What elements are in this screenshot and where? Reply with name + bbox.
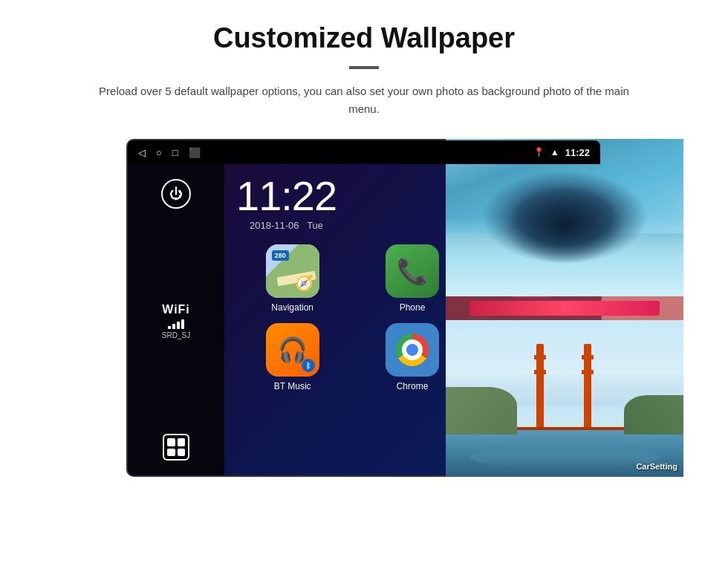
page-subtitle: Preload over 5 default wallpaper options… [85,82,643,118]
chrome-blue-center [406,344,418,356]
wifi-label: WiFi [162,303,190,316]
tower-crossbar-4 [582,370,594,374]
apps-dot-2 [178,438,186,446]
main-content: ◁ ○ □ ⬛ 📍 ▲ 11:22 ⏻ WiFi [45,139,683,477]
chrome-circles [396,333,429,366]
wifi-bar-4 [181,319,184,329]
divider-bar [469,301,660,316]
chrome-label: Chrome [397,381,429,391]
sidebar: ⏻ WiFi SRD_SJ [128,164,224,475]
navigation-label: Navigation [271,302,313,313]
apps-grid-icon[interactable] [163,434,189,461]
screenshot-icon[interactable]: ⬛ [189,147,201,158]
nav-inner: 280 🧭 [266,244,319,298]
wifi-ssid: SRD_SJ [162,331,190,339]
bridge-tower-left [536,344,544,433]
wallpaper-panel: CarSetting [446,139,683,477]
apps-dot-1 [167,438,175,446]
title-divider [349,66,379,69]
status-right: 📍 ▲ 11:22 [533,147,590,158]
wifi-section: WiFi SRD_SJ [162,303,190,339]
home-nav-icon[interactable]: ○ [156,147,162,158]
nav-compass-icon: 🧭 [295,274,313,292]
app-bt-music[interactable]: 🎧 ᛒ BT Music [236,323,348,391]
apps-dot-3 [167,449,175,457]
signal-icon: ▲ [550,147,559,157]
bridge-tower-right [584,344,591,433]
clock-info: 11:22 2018-11-06 Tue [236,175,337,231]
location-icon: 📍 [533,147,545,157]
phone-icon: 📞 [386,244,439,298]
status-bar: ◁ ○ □ ⬛ 📍 ▲ 11:22 [128,140,600,164]
navigation-icon: 280 🧭 [266,244,319,298]
bridge-scene [446,320,683,478]
wallpaper-divider [446,296,683,320]
recent-nav-icon[interactable]: □ [172,147,178,158]
clock-date: 2018-11-06 Tue [250,220,323,231]
tower-crossbar-3 [582,355,594,359]
phone-label: Phone [400,302,426,313]
power-button[interactable]: ⏻ [161,179,191,209]
tower-crossbar-2 [534,370,546,374]
wifi-bar-2 [172,324,175,329]
page-title: Customized Wallpaper [213,22,515,54]
carsetting-label: CarSetting [636,462,677,471]
nav-badge: 280 [272,250,289,261]
back-nav-icon[interactable]: ◁ [138,147,146,158]
bt-music-label: BT Music [274,381,311,391]
wallpaper-bridge[interactable]: CarSetting [446,320,683,478]
hill-left [446,387,517,434]
page-container: Customized Wallpaper Preload over 5 defa… [0,0,728,492]
status-left: ◁ ○ □ ⬛ [138,147,201,158]
hill-right [624,395,683,435]
app-navigation[interactable]: 280 🧭 Navigation [236,244,348,313]
ice-cave-depth [505,186,624,264]
water-reflection [469,446,660,469]
wifi-signal-bars [168,319,184,329]
clock-time: 11:22 [236,175,337,217]
bt-music-icon: 🎧 ᛒ [266,323,319,377]
apps-dot-4 [178,449,186,457]
tower-crossbar-1 [534,355,546,359]
chrome-icon [386,323,439,377]
headphone-icon: 🎧 [278,336,308,364]
wifi-bar-1 [168,326,171,329]
phone-emoji-icon: 📞 [397,256,428,286]
status-time: 11:22 [565,147,590,158]
wifi-bar-3 [177,322,180,329]
bluetooth-symbol: ᛒ [302,359,315,372]
